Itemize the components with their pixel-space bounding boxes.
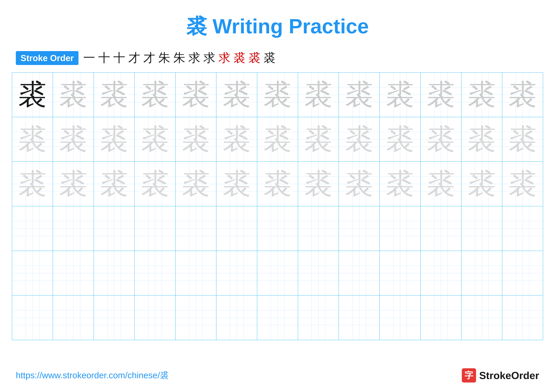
grid-cell-6-8[interactable] — [298, 296, 339, 340]
grid-cell-5-5[interactable] — [175, 251, 216, 295]
grid-cell-6-2[interactable] — [53, 296, 94, 340]
grid-cell-2-7[interactable]: 裘 — [257, 117, 298, 161]
title-char: 裘 — [186, 15, 207, 38]
grid-cell-3-7[interactable]: 裘 — [257, 162, 298, 206]
grid-cell-4-5[interactable] — [175, 206, 216, 251]
grid-cell-3-12[interactable]: 裘 — [461, 162, 502, 206]
grid-cell-5-7[interactable] — [257, 251, 298, 295]
stroke-3: 十 — [113, 50, 125, 66]
grid-cell-1-9[interactable]: 裘 — [339, 73, 380, 117]
stroke-1: 一 — [83, 50, 95, 66]
grid-cell-2-12[interactable]: 裘 — [461, 117, 502, 161]
grid-cell-2-2[interactable]: 裘 — [53, 117, 94, 161]
grid-cell-6-9[interactable] — [339, 296, 380, 340]
char-1-8: 裘 — [304, 80, 333, 109]
grid-cell-4-8[interactable] — [298, 206, 339, 251]
grid-cell-5-9[interactable] — [339, 251, 380, 295]
char-1-12: 裘 — [467, 80, 496, 109]
grid-cell-2-8[interactable]: 裘 — [298, 117, 339, 161]
grid-cell-6-7[interactable] — [257, 296, 298, 340]
grid-cell-1-7[interactable]: 裘 — [257, 73, 298, 117]
grid-cell-4-7[interactable] — [257, 206, 298, 251]
grid-row-1: 裘 裘 裘 裘 裘 — [12, 73, 543, 117]
grid-cell-3-10[interactable]: 裘 — [380, 162, 421, 206]
grid-cell-4-9[interactable] — [339, 206, 380, 251]
grid-cell-3-6[interactable]: 裘 — [216, 162, 257, 206]
grid-cell-1-13[interactable]: 裘 — [502, 73, 543, 117]
grid-row-3: 裘 裘 裘 裘 裘 — [12, 162, 543, 206]
grid-cell-3-11[interactable]: 裘 — [421, 162, 461, 206]
grid-cell-6-3[interactable] — [94, 296, 135, 340]
grid-cell-1-5[interactable]: 裘 — [175, 73, 216, 117]
grid-cell-6-10[interactable] — [380, 296, 421, 340]
grid-cell-3-3[interactable]: 裘 — [94, 162, 135, 206]
grid-cell-3-9[interactable]: 裘 — [339, 162, 380, 206]
grid-cell-4-13[interactable] — [502, 206, 543, 251]
char-2-5: 裘 — [182, 125, 210, 154]
grid-cell-4-12[interactable] — [461, 206, 502, 251]
grid-cell-5-11[interactable] — [421, 251, 461, 295]
grid-cell-3-5[interactable]: 裘 — [175, 162, 216, 206]
grid-cell-2-9[interactable]: 裘 — [339, 117, 380, 161]
grid-cell-4-4[interactable] — [135, 206, 175, 251]
stroke-9: 求 — [204, 50, 215, 66]
grid-cell-5-2[interactable] — [53, 251, 94, 295]
grid-cell-6-4[interactable] — [135, 296, 175, 340]
grid-cell-6-1[interactable] — [12, 296, 53, 340]
grid-cell-4-2[interactable] — [53, 206, 94, 251]
grid-cell-2-1[interactable]: 裘 — [12, 117, 53, 161]
grid-cell-1-4[interactable]: 裘 — [135, 73, 175, 117]
grid-cell-1-2[interactable]: 裘 — [53, 73, 94, 117]
grid-cell-4-6[interactable] — [216, 206, 257, 251]
grid-cell-3-13[interactable]: 裘 — [502, 162, 543, 206]
grid-cell-2-5[interactable]: 裘 — [175, 117, 216, 161]
grid-cell-3-2[interactable]: 裘 — [53, 162, 94, 206]
grid-cell-4-11[interactable] — [421, 206, 461, 251]
grid-cell-2-6[interactable]: 裘 — [216, 117, 257, 161]
grid-cell-5-12[interactable] — [461, 251, 502, 295]
stroke-4: 才 — [128, 50, 140, 66]
grid-cell-5-13[interactable] — [502, 251, 543, 295]
char-1-2: 裘 — [59, 80, 88, 109]
grid-cell-2-10[interactable]: 裘 — [380, 117, 421, 161]
website-url[interactable]: https://www.strokeorder.com/chinese/裘 — [16, 370, 169, 381]
grid-cell-5-8[interactable] — [298, 251, 339, 295]
stroke-order-badge: Stroke Order — [16, 51, 79, 65]
grid-cell-1-6[interactable]: 裘 — [216, 73, 257, 117]
grid-cell-5-1[interactable] — [12, 251, 53, 295]
char-2-13: 裘 — [508, 125, 537, 154]
grid-cell-2-3[interactable]: 裘 — [94, 117, 135, 161]
char-2-6: 裘 — [222, 125, 251, 154]
grid-cell-1-1[interactable]: 裘 — [12, 73, 53, 117]
grid-cell-5-6[interactable] — [216, 251, 257, 295]
grid-cell-6-6[interactable] — [216, 296, 257, 340]
grid-cell-4-1[interactable] — [12, 206, 53, 251]
grid-cell-5-10[interactable] — [380, 251, 421, 295]
grid-cell-2-11[interactable]: 裘 — [421, 117, 461, 161]
grid-cell-1-11[interactable]: 裘 — [421, 73, 461, 117]
grid-cell-1-3[interactable]: 裘 — [94, 73, 135, 117]
grid-cell-1-8[interactable]: 裘 — [298, 73, 339, 117]
grid-cell-4-3[interactable] — [94, 206, 135, 251]
char-3-11: 裘 — [427, 170, 455, 198]
grid-row-6 — [12, 296, 543, 340]
grid-cell-3-8[interactable]: 裘 — [298, 162, 339, 206]
char-1-4: 裘 — [141, 80, 169, 109]
grid-cell-2-13[interactable]: 裘 — [502, 117, 543, 161]
grid-cell-3-4[interactable]: 裘 — [135, 162, 175, 206]
stroke-11: 裘 — [234, 50, 245, 66]
grid-cell-4-10[interactable] — [380, 206, 421, 251]
char-3-10: 裘 — [386, 170, 414, 198]
char-3-12: 裘 — [467, 170, 496, 198]
grid-cell-6-12[interactable] — [461, 296, 502, 340]
grid-cell-6-11[interactable] — [421, 296, 461, 340]
grid-cell-6-13[interactable] — [502, 296, 543, 340]
grid-cell-5-4[interactable] — [135, 251, 175, 295]
grid-cell-1-12[interactable]: 裘 — [461, 73, 502, 117]
grid-cell-1-10[interactable]: 裘 — [380, 73, 421, 117]
grid-cell-6-5[interactable] — [175, 296, 216, 340]
grid-cell-3-1[interactable]: 裘 — [12, 162, 53, 206]
grid-cell-5-3[interactable] — [94, 251, 135, 295]
grid-row-4 — [12, 206, 543, 251]
grid-cell-2-4[interactable]: 裘 — [135, 117, 175, 161]
